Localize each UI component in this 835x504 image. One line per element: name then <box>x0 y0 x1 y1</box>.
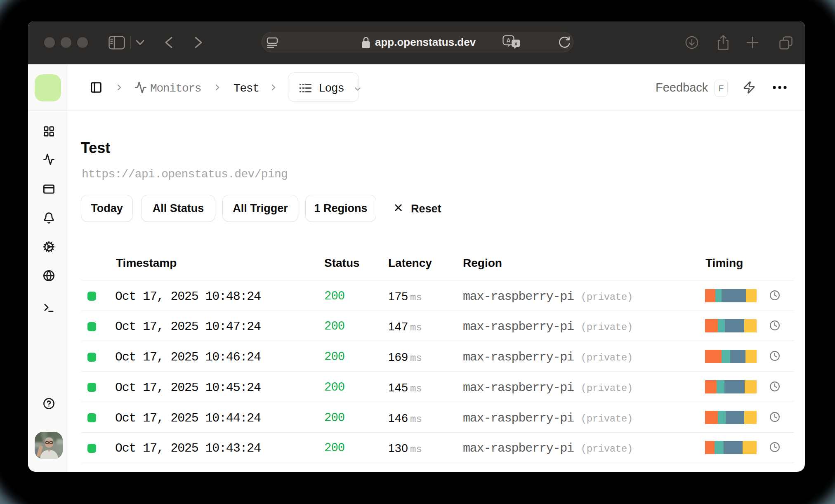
svg-text:x: x <box>514 41 517 47</box>
svg-text:A: A <box>506 37 510 44</box>
